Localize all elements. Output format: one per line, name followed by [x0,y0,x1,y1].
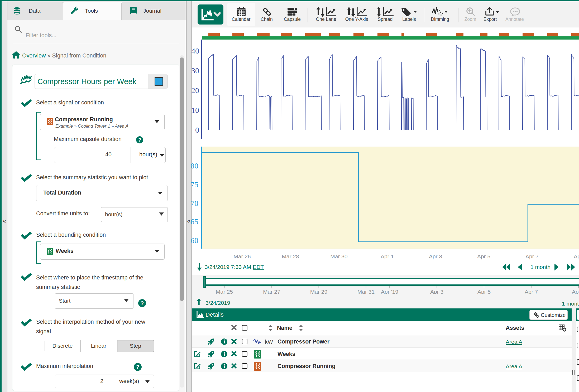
svg-text:30: 30 [191,66,199,75]
svg-text:Apr 9: Apr 9 [572,289,579,294]
svg-text:Mar 30: Mar 30 [330,253,347,259]
svg-text:Mar 27: Mar 27 [263,289,280,294]
svg-text:Apr 5: Apr 5 [477,289,491,294]
svg-text:Apr '19: Apr '19 [381,289,398,294]
svg-text:Apr 3: Apr 3 [430,289,443,294]
svg-text:Apr 5: Apr 5 [477,253,490,259]
svg-text:60: 60 [190,236,198,245]
svg-text:Apr 1: Apr 1 [381,253,394,259]
svg-text:?: ? [138,137,141,143]
svg-text:65: 65 [190,217,198,226]
svg-text:?: ? [136,364,140,370]
svg-text:Apr 9: Apr 9 [574,253,579,259]
svg-text:70: 70 [190,199,198,207]
svg-text:Mar 25: Mar 25 [216,289,233,294]
svg-text:Mar 26: Mar 26 [233,253,251,259]
svg-text:0: 0 [195,125,199,134]
svg-text:75: 75 [190,180,198,189]
svg-text:20: 20 [191,86,199,95]
svg-text:Mar 31: Mar 31 [357,289,375,294]
svg-text:Apr 3: Apr 3 [429,253,442,259]
svg-text:Apr 7: Apr 7 [525,289,538,294]
svg-text:Apr 7: Apr 7 [525,253,539,259]
svg-text:40: 40 [191,46,199,55]
svg-text:Mar 29: Mar 29 [310,289,327,294]
svg-text:10: 10 [191,106,199,114]
svg-text:Mar 28: Mar 28 [282,253,299,259]
svg-text:80: 80 [190,161,198,170]
svg-text:?: ? [141,300,144,306]
